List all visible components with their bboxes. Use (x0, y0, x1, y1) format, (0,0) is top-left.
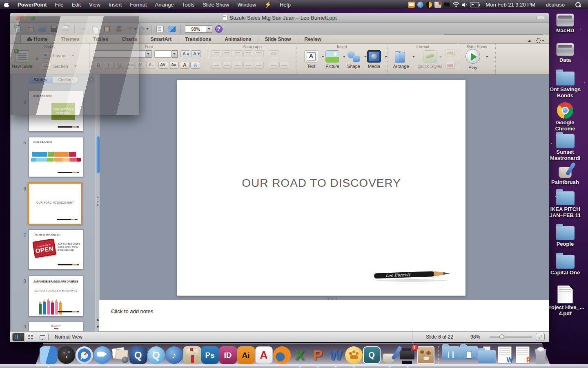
fit-slide-button[interactable]: ⤢ (536, 333, 545, 341)
insert-text-button[interactable]: Text (300, 50, 323, 69)
apple-menu[interactable] (0, 0, 13, 9)
desktop-icon-sunset-mastronardi[interactable]: Sunset Mastronardi (546, 134, 585, 162)
font-size-arrow[interactable] (172, 50, 178, 58)
dock-dashboard-icon[interactable] (58, 346, 75, 364)
font-name-arrow[interactable] (145, 50, 151, 58)
zoom-dropdown-arrow[interactable] (206, 25, 212, 33)
print-center-status-icon[interactable] (434, 2, 441, 8)
character-spacing-button[interactable]: AV (158, 62, 168, 69)
shrink-font-button[interactable]: A▼ (191, 50, 201, 57)
menu-tools[interactable]: Tools (178, 0, 198, 9)
play-dropdown-arrow[interactable] (486, 56, 488, 58)
menu-format[interactable]: Format (126, 0, 151, 9)
tab-review[interactable]: Review (298, 35, 328, 43)
menu-slide-show[interactable]: Slide Show (198, 0, 233, 9)
presenter-view-button[interactable] (36, 333, 48, 341)
tab-transitions[interactable]: Transitions (178, 35, 218, 43)
dock-acrobat-icon[interactable]: A (255, 346, 273, 364)
fill-color-button[interactable] (445, 49, 455, 56)
decrease-indent-button[interactable] (233, 50, 243, 57)
dock-word-icon[interactable]: W (327, 346, 345, 364)
dock-word-document-icon[interactable]: W (496, 346, 514, 364)
dock-quicktime-icon[interactable]: Q (129, 346, 147, 364)
menu-file[interactable]: File (51, 0, 68, 9)
normal-view-button[interactable] (13, 333, 24, 341)
zoom-combo[interactable]: 98% (185, 25, 212, 33)
dock-itunes-icon[interactable]: ♪ (165, 346, 183, 364)
dock-quicktime-player-icon[interactable]: Q (147, 346, 165, 364)
increase-indent-button[interactable] (243, 50, 253, 57)
desktop-icon-data[interactable]: Data (546, 43, 585, 63)
zoom-slider[interactable] (490, 337, 532, 338)
dock-print-jobs-folder-icon[interactable] (478, 346, 496, 364)
menu-powerpoint[interactable]: PowerPoint (13, 0, 51, 9)
menu-insert[interactable]: Insert (105, 0, 126, 9)
dock-lotus-icon[interactable] (345, 346, 363, 364)
tab-smartart[interactable]: SmartArt (144, 35, 178, 43)
menu-clock[interactable]: Mon Feb 21 3:20 PM (481, 0, 539, 9)
font-size-select[interactable] (154, 50, 172, 58)
slide-thumbnail-6-selected[interactable]: OUR ROAD TO DISCOVERY (28, 182, 82, 225)
arrange-button[interactable]: Arrange (390, 50, 412, 69)
tab-slide-show[interactable]: Slide Show (258, 35, 298, 43)
slide-thumbnail-9[interactable]: SECURITY (29, 322, 83, 331)
dock-paintbrush-icon[interactable] (381, 346, 399, 364)
dock-q-messenger-icon[interactable]: Q (363, 346, 381, 364)
search-status-icon[interactable] (444, 2, 450, 8)
dock-printer-icon[interactable]: 1 (399, 346, 416, 364)
mail-status-icon[interactable] (408, 2, 415, 8)
zoom-slider-thumb[interactable] (499, 334, 504, 339)
current-slide[interactable]: OUR ROAD TO DISCOVERY Leo Burnett (177, 80, 466, 296)
messenger-status-icon[interactable] (417, 2, 423, 8)
dock-safari-icon[interactable] (76, 346, 93, 364)
volume-status-icon[interactable] (462, 2, 468, 7)
wifi-status-icon[interactable] (453, 2, 459, 7)
show-formatting-button[interactable] (156, 25, 165, 34)
desktop-icon-capital-one[interactable]: Capital One (546, 255, 585, 276)
align-right-button[interactable] (233, 62, 243, 69)
dock-presentation-document-icon[interactable]: P (514, 346, 532, 364)
subscript-button[interactable]: A₂ (146, 62, 156, 69)
ribbon-settings-button[interactable] (536, 38, 544, 43)
justify-button[interactable] (243, 62, 253, 69)
dock-ichat-icon[interactable] (94, 346, 111, 364)
tab-animations[interactable]: Animations (218, 35, 258, 43)
line-spacing-button[interactable] (254, 50, 264, 57)
help-button[interactable]: ? (215, 25, 223, 33)
line-color-button[interactable] (445, 62, 455, 69)
change-case-button[interactable]: Aa (169, 62, 179, 69)
translucent-overlay-window[interactable] (10, 16, 139, 115)
zoom-value[interactable]: 98% (185, 25, 206, 33)
media-browser-button[interactable] (167, 25, 176, 34)
dock-photo-booth-icon[interactable] (111, 346, 129, 364)
slide-title-text[interactable]: OUR ROAD TO DISCOVERY (177, 177, 466, 190)
font-color-button[interactable]: A (180, 62, 189, 69)
dock-documents-folder-icon[interactable] (460, 346, 478, 364)
dock-cat-photo-icon[interactable] (417, 346, 434, 364)
collapse-ribbon-icon[interactable] (528, 40, 532, 42)
slide-thumbnail-5[interactable]: OUR PROCESS (29, 137, 83, 177)
desktop-icon-ont-savings-bonds[interactable]: Ont Savings Bonds (546, 72, 585, 99)
menu-help[interactable]: Help (276, 0, 295, 9)
play-slideshow-button[interactable]: Play (461, 49, 484, 70)
insert-media-arrow[interactable] (385, 56, 387, 58)
grow-font-button[interactable]: A▲ (180, 50, 190, 57)
insert-media-button[interactable]: Media (363, 50, 385, 69)
display-status-icon[interactable] (470, 2, 479, 7)
desktop-icon-people[interactable]: People (546, 226, 585, 247)
menu-window[interactable]: Window (233, 0, 260, 9)
numbering-button[interactable] (222, 50, 232, 57)
script-menu-icon[interactable]: ⚡ (260, 0, 275, 9)
fast-user-switch[interactable]: dcaruso (542, 0, 569, 9)
desktop-icon-machd[interactable]: MacHD (546, 13, 585, 34)
desktop-icon-project-hive-pdf[interactable]: Project Hive_…4.pdf (546, 285, 585, 317)
menu-arrange[interactable]: Arrange (151, 0, 178, 9)
columns-button[interactable] (269, 50, 278, 57)
distribute-text-button[interactable] (254, 62, 264, 69)
dock-applications-folder-icon[interactable] (442, 346, 460, 364)
slide-sorter-view-button[interactable] (24, 333, 36, 341)
dock-excel-icon[interactable]: X (291, 346, 309, 364)
dock-indesign-icon[interactable]: ID (219, 346, 237, 364)
timer-status-icon[interactable] (426, 2, 432, 8)
dock-illustrator-icon[interactable]: Ai (237, 346, 255, 364)
